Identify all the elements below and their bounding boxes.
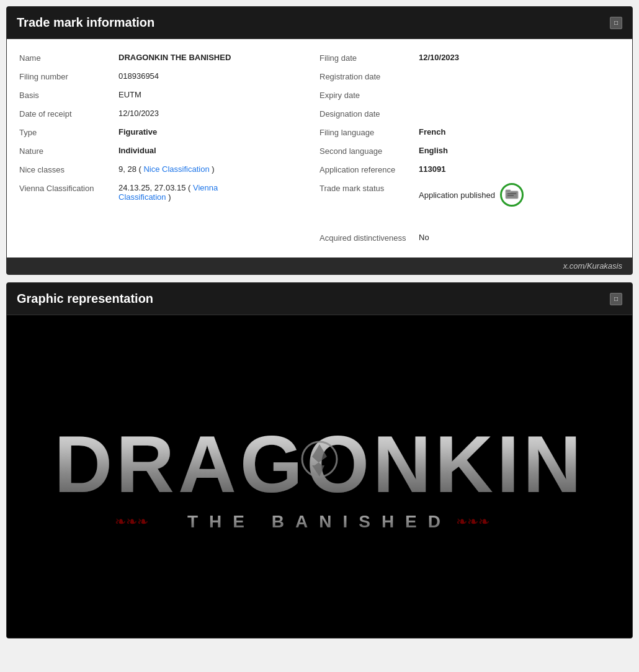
label-designation-date: Designation date	[320, 109, 419, 119]
vienna-classification-link[interactable]: ViennaClassification	[118, 183, 218, 202]
label-filing-date: Filing date	[320, 53, 419, 63]
label-expiry-date: Expiry date	[320, 90, 419, 100]
value-filing-number: 018936954	[118, 71, 159, 81]
info-row-app-reference: Application reference 113091	[320, 161, 620, 179]
value-nature: Individual	[118, 146, 156, 155]
info-row-type: Type Figurative	[19, 123, 320, 142]
svg-rect-1	[506, 190, 511, 192]
info-row-acquired: Acquired distinctiveness No	[320, 229, 620, 248]
trademark-card-body: Name DRAGONKIN THE BANISHED Filing numbe…	[7, 39, 632, 258]
info-grid: Name DRAGONKIN THE BANISHED Filing numbe…	[19, 49, 620, 248]
value-name: DRAGONKIN THE BANISHED	[118, 53, 231, 62]
label-filing-language: Filing language	[320, 127, 419, 137]
label-vienna: Vienna Classification	[19, 183, 118, 193]
status-text: Application published	[419, 190, 495, 200]
info-row-designation-date: Designation date	[320, 105, 620, 123]
value-app-reference: 113091	[419, 164, 445, 174]
value-filing-language: French	[419, 127, 445, 137]
label-basis: Basis	[19, 90, 118, 100]
label-date-receipt: Date of receipt	[19, 109, 118, 119]
status-icon-circle	[500, 183, 524, 207]
logo-decorations: ❧❧❧ THE BANISHED ❧❧❧	[102, 508, 537, 532]
value-basis: EUTM	[118, 90, 141, 99]
value-date-receipt: 12/10/2023	[118, 109, 159, 118]
value-vienna: 24.13.25, 27.03.15 ( ViennaClassificatio…	[118, 183, 218, 202]
label-name: Name	[19, 53, 118, 63]
value-second-language: English	[419, 146, 448, 155]
logo-subtitle-area: ❧❧❧ THE BANISHED ❧❧❧	[102, 508, 537, 532]
info-column-right: Filing date 12/10/2023 Registration date…	[320, 49, 620, 248]
graphic-card: Graphic representation □	[6, 282, 633, 638]
value-type: Figurative	[118, 127, 157, 137]
status-folder-icon	[505, 188, 519, 202]
value-acquired: No	[419, 233, 429, 242]
logo-main: DRAGONKIN	[34, 421, 605, 508]
info-row-nice-classes: Nice classes 9, 28 ( Nice Classification…	[19, 161, 320, 179]
svg-text:THE BANISHED: THE BANISHED	[187, 512, 452, 531]
label-second-language: Second language	[320, 146, 419, 156]
value-filing-date: 12/10/2023	[419, 53, 459, 62]
info-row-name: Name DRAGONKIN THE BANISHED	[19, 49, 320, 68]
label-status: Trade mark status	[320, 183, 419, 193]
info-row-expiry-date: Expiry date	[320, 86, 620, 105]
logo-svg: DRAGONKIN	[34, 421, 605, 508]
label-app-reference: Application reference	[320, 164, 419, 174]
graphic-card-title: Graphic representation	[17, 292, 153, 306]
info-row-spacer	[320, 210, 620, 229]
logo-container: DRAGONKIN	[19, 421, 620, 532]
label-nature: Nature	[19, 146, 118, 156]
info-row-second-language: Second language English	[320, 142, 620, 161]
info-row-vienna: Vienna Classification 24.13.25, 27.03.15…	[19, 179, 320, 205]
decoration-svg: ❧❧❧ THE BANISHED ❧❧❧	[102, 508, 537, 532]
watermark-bar: x.com/Kurakasis	[7, 258, 632, 274]
graphic-body: DRAGONKIN	[7, 315, 632, 638]
svg-text:❧❧❧: ❧❧❧	[115, 514, 148, 529]
trademark-card-header: Trade mark information □	[7, 7, 632, 39]
status-with-icon: Application published	[419, 183, 524, 207]
nice-classification-link[interactable]: Nice Classification	[143, 164, 209, 174]
info-row-filing-language: Filing language French	[320, 123, 620, 142]
page-wrapper: Trade mark information □ Name DRAGONKIN …	[0, 0, 639, 645]
value-nice-classes: 9, 28 ( Nice Classification )	[118, 164, 215, 174]
label-filing-number: Filing number	[19, 71, 118, 81]
info-row-registration-date: Registration date	[320, 68, 620, 86]
graphic-expand-button[interactable]: □	[610, 293, 622, 305]
graphic-card-header: Graphic representation □	[7, 283, 632, 315]
info-row-filing-number: Filing number 018936954	[19, 68, 320, 86]
watermark-text: x.com/Kurakasis	[563, 261, 622, 271]
svg-text:❧❧❧: ❧❧❧	[456, 514, 489, 529]
label-type: Type	[19, 127, 118, 137]
info-row-filing-date: Filing date 12/10/2023	[320, 49, 620, 68]
expand-button[interactable]: □	[610, 17, 622, 29]
info-row-date-receipt: Date of receipt 12/10/2023	[19, 105, 320, 123]
label-registration-date: Registration date	[320, 71, 419, 81]
info-column-left: Name DRAGONKIN THE BANISHED Filing numbe…	[19, 49, 320, 248]
label-nice-classes: Nice classes	[19, 164, 118, 174]
info-row-status: Trade mark status Application published	[320, 179, 620, 210]
info-row-nature: Nature Individual	[19, 142, 320, 161]
trademark-card: Trade mark information □ Name DRAGONKIN …	[6, 6, 633, 275]
label-acquired: Acquired distinctiveness	[320, 233, 419, 243]
trademark-card-title: Trade mark information	[17, 16, 154, 30]
info-row-basis: Basis EUTM	[19, 86, 320, 105]
value-status: Application published	[419, 183, 524, 207]
